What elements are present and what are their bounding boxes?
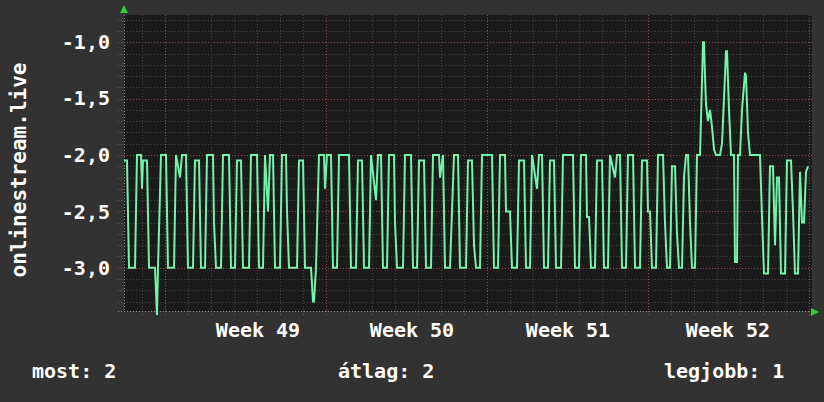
x-tick-label-week49: Week 49 bbox=[188, 318, 328, 342]
y-tick-label: -1,0 bbox=[38, 30, 110, 54]
stat-best: legjobb: 1 bbox=[664, 359, 784, 383]
y-tick-label: -2,5 bbox=[38, 200, 110, 224]
y-tick-label: -2,0 bbox=[38, 143, 110, 167]
x-tick-label-week50: Week 50 bbox=[342, 318, 482, 342]
x-axis-arrow-icon bbox=[811, 308, 819, 316]
x-tick-label-week51: Week 51 bbox=[498, 318, 638, 342]
graph-page: { "page": {"background": "#323232", "can… bbox=[0, 0, 824, 402]
y-tick-label: -1,5 bbox=[38, 86, 110, 110]
y-tick-label: -3,0 bbox=[38, 256, 110, 280]
stat-current: most: 2 bbox=[32, 359, 116, 383]
service-title-vertical: onlinestream.live bbox=[7, 63, 31, 278]
y-axis-arrow-icon bbox=[120, 5, 128, 13]
stat-average: átlag: 2 bbox=[338, 359, 434, 383]
x-tick-label-week52: Week 52 bbox=[658, 318, 798, 342]
